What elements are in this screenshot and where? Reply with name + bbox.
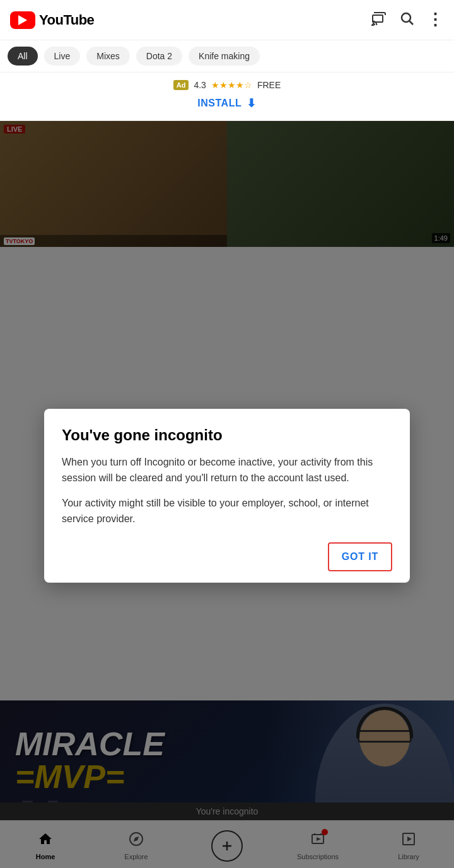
cast-icon[interactable]	[371, 11, 387, 30]
modal-actions: GOT IT	[62, 542, 392, 571]
search-icon[interactable]	[399, 11, 414, 30]
ad-badge: Ad	[173, 80, 189, 90]
chip-mixes[interactable]: Mixes	[86, 47, 130, 66]
yt-icon	[10, 11, 35, 29]
download-icon: ⬇	[247, 96, 257, 110]
install-button[interactable]: INSTALL ⬇	[10, 96, 444, 110]
ad-rating: 4.3	[194, 80, 206, 90]
ad-price: FREE	[257, 80, 281, 90]
svg-line-3	[410, 21, 414, 25]
svg-point-2	[402, 13, 410, 22]
chip-knife-making[interactable]: Knife making	[189, 47, 260, 66]
got-it-button[interactable]: GOT IT	[328, 542, 392, 571]
chip-live[interactable]: Live	[44, 47, 81, 66]
modal-body-2: Your activity might still be visible to …	[62, 496, 392, 527]
yt-wordmark: YouTube	[39, 12, 94, 28]
play-triangle-icon	[18, 15, 27, 25]
more-options-icon[interactable]: ⋮	[427, 10, 444, 30]
youtube-logo: YouTube	[10, 11, 94, 29]
header-actions: ⋮	[371, 10, 444, 30]
ad-banner: Ad 4.3 ★★★★☆ FREE INSTALL ⬇	[0, 72, 454, 121]
modal-body-1: When you turn off Incognito or become in…	[62, 455, 392, 486]
filter-bar: All Live Mixes Dota 2 Knife making	[0, 40, 454, 72]
incognito-modal: You've gone incognito When you turn off …	[44, 409, 410, 583]
ad-meta: Ad 4.3 ★★★★☆ FREE	[10, 80, 444, 90]
app-header: YouTube ⋮	[0, 0, 454, 40]
svg-point-1	[372, 25, 373, 26]
ad-stars: ★★★★☆	[211, 80, 252, 90]
chip-dota2[interactable]: Dota 2	[136, 47, 182, 66]
chip-all[interactable]: All	[8, 47, 38, 66]
modal-title: You've gone incognito	[62, 426, 392, 445]
